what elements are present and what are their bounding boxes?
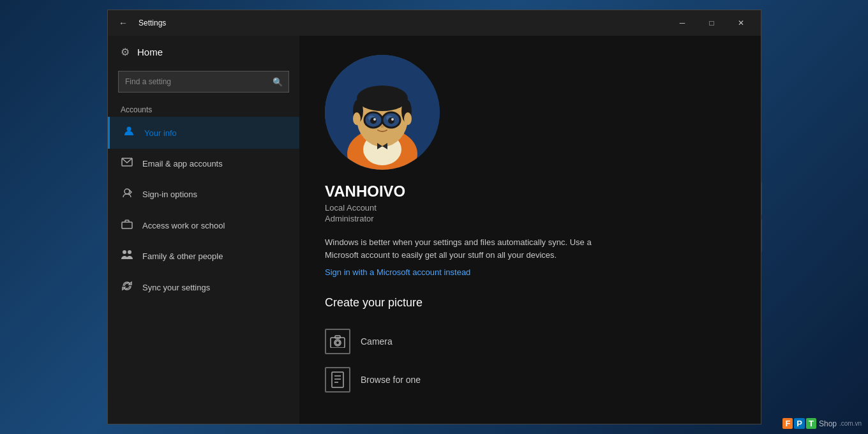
access-work-label: Access work or school	[142, 221, 225, 230]
svg-point-34	[336, 341, 340, 345]
your-info-label: Your info	[144, 128, 177, 138]
svg-point-24	[388, 117, 394, 124]
svg-rect-7	[122, 222, 132, 228]
search-input[interactable]	[119, 77, 267, 86]
nav-item-sign-in[interactable]: Sign-in options	[108, 178, 299, 210]
window-content: ⚙ Home 🔍 Accounts Your info	[108, 36, 761, 424]
work-icon	[121, 219, 133, 232]
titlebar: ← Settings ─ □ ✕	[108, 10, 761, 36]
back-icon: ←	[119, 18, 128, 28]
fpt-t: T	[806, 418, 816, 429]
watermark: F P T Shop .com.vn	[782, 418, 862, 429]
domain-text: .com.vn	[839, 420, 862, 427]
sign-in-icon	[121, 187, 133, 201]
close-button[interactable]: ✕	[726, 13, 756, 33]
profile-avatar	[325, 55, 440, 170]
sidebar: ⚙ Home 🔍 Accounts Your info	[108, 36, 299, 424]
email-accounts-label: Email & app accounts	[142, 159, 223, 168]
svg-rect-35	[335, 336, 340, 338]
fpt-f: F	[782, 418, 793, 429]
home-button[interactable]: ⚙ Home	[108, 36, 299, 68]
svg-point-8	[123, 250, 126, 254]
svg-point-27	[380, 125, 384, 128]
svg-point-9	[128, 250, 131, 254]
svg-rect-36	[332, 372, 343, 387]
svg-point-25	[373, 118, 376, 121]
sync-icon	[121, 280, 133, 294]
nav-item-family[interactable]: Family & other people	[108, 241, 299, 271]
svg-point-26	[391, 118, 394, 121]
email-icon	[121, 158, 133, 169]
maximize-button[interactable]: □	[697, 13, 726, 33]
window-controls: ─ □ ✕	[668, 13, 756, 33]
nav-item-your-info[interactable]: Your info	[108, 117, 299, 149]
home-icon: ⚙	[121, 46, 130, 58]
your-info-icon	[123, 126, 135, 140]
svg-point-4	[127, 127, 131, 131]
window-title: Settings	[133, 19, 668, 27]
ms-account-link[interactable]: Sign in with a Microsoft account instead	[325, 267, 735, 277]
back-button[interactable]: ←	[113, 13, 133, 33]
camera-icon	[325, 329, 350, 354]
search-box: 🔍	[118, 71, 289, 93]
username: VANHOIVO	[325, 183, 735, 200]
home-label: Home	[137, 47, 163, 57]
svg-point-23	[370, 117, 377, 124]
sync-label: Sync your settings	[142, 283, 210, 292]
search-button[interactable]: 🔍	[267, 71, 288, 93]
browse-icon	[325, 367, 350, 393]
browse-option[interactable]: Browse for one	[325, 361, 735, 399]
shop-text: Shop	[819, 419, 837, 428]
svg-point-15	[357, 86, 408, 111]
account-role: Administrator	[325, 214, 735, 223]
nav-item-email-accounts[interactable]: Email & app accounts	[108, 149, 299, 178]
sign-in-label: Sign-in options	[142, 190, 197, 199]
nav-item-access-work[interactable]: Access work or school	[108, 210, 299, 241]
browse-label: Browse for one	[361, 375, 421, 385]
account-type: Local Account	[325, 203, 735, 213]
create-picture-title: Create your picture	[325, 296, 735, 310]
fpt-p: P	[794, 418, 805, 429]
camera-label: Camera	[361, 336, 393, 347]
nav-item-sync[interactable]: Sync your settings	[108, 271, 299, 303]
main-panel: VANHOIVO Local Account Administrator Win…	[299, 36, 761, 424]
family-label: Family & other people	[142, 251, 223, 261]
minimize-button[interactable]: ─	[668, 13, 697, 33]
settings-window: ← Settings ─ □ ✕ ⚙ Home 🔍 Accounts	[107, 10, 761, 424]
fpt-logo: F P T	[782, 418, 816, 429]
svg-point-28	[353, 112, 361, 125]
family-icon	[121, 250, 133, 262]
sync-description: Windows is better when your settings and…	[325, 236, 606, 261]
svg-point-29	[404, 112, 412, 125]
section-label: Accounts	[108, 100, 299, 117]
camera-option[interactable]: Camera	[325, 322, 735, 361]
